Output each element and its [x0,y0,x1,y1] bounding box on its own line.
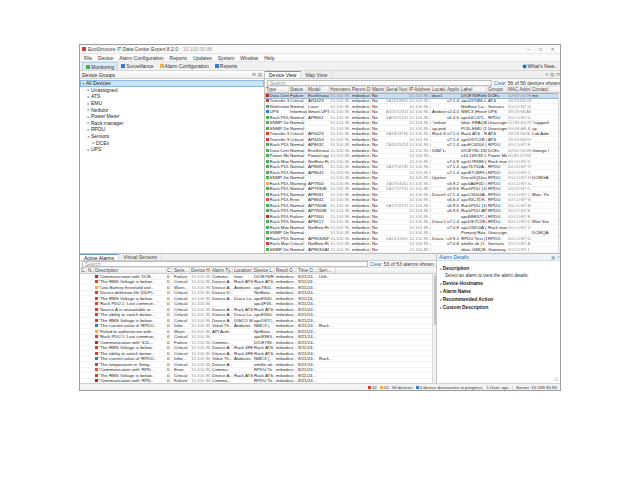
status-icon [95,313,98,316]
cell-text: EcoStruxure ... [308,148,329,153]
column-header-c[interactable]: C... [80,268,87,273]
column-header-parent-device[interactable]: Parent Device [351,87,371,92]
alarm-table-scrollbar[interactable] [432,274,436,385]
cell: 00:C0:B7:D7... [507,159,531,164]
cell: Rack PDU [265,214,289,219]
device-clear-link[interactable]: Clear [494,80,506,86]
maximize-pane-icon[interactable]: ⊟ [556,72,560,77]
column-header-groups[interactable]: Groups [487,87,507,92]
table-row[interactable]: SNMP Devi...NormalAP9630/AP...10.100.96.… [265,247,561,253]
cell: AP7900 [307,214,329,219]
column-header-mac-address[interactable]: MAC Address [507,87,531,92]
whats-new-label: What's New... [528,63,558,69]
tree-item-ats[interactable]: ▸ATS [80,93,264,100]
tree-item-rack-manager[interactable]: ▸Rack manager [80,120,264,127]
column-header-application[interactable]: Application... [446,87,460,92]
tab-virtual-sensors[interactable]: Virtual Sensors [119,254,162,260]
maximize-icon[interactable]: □ [535,45,546,53]
tab-device-view[interactable]: Device View [265,71,301,78]
menu-item-updates[interactable]: Updates [190,55,215,61]
perspective-alarm-configuration[interactable]: Alarm Configuration [157,62,212,70]
cell-text: RackPDU (10... [461,203,487,208]
cell-text: 8/21/24... [298,356,316,361]
column-header-seve[interactable]: Seve... [173,268,190,273]
view-menu-icon[interactable]: ▾ [546,72,548,77]
cell: mikedice (D... [351,137,371,142]
scrollbar-thumb[interactable] [560,94,562,187]
column-header-ip-address[interactable]: IP Address [408,87,431,92]
whats-new-link[interactable]: ⬟ What's New... [522,63,558,69]
perspective-reports[interactable]: Reports [212,62,241,70]
alarm-search-input[interactable]: Search [82,261,368,267]
column-header-label[interactable]: Label [460,87,487,92]
restore-pane-icon[interactable]: ▣ [551,255,555,260]
menu-item-window[interactable]: Window [237,55,261,61]
device-search-input[interactable]: Search [267,80,492,86]
cell-text: 8/21/24... [298,329,316,334]
column-header-serial-number[interactable]: Serial Number [385,87,408,92]
tab-map-view[interactable]: Map View [301,71,332,78]
perspective-label: Surveillance [126,63,153,69]
perspective-monitoring[interactable]: Monitoring [82,62,118,70]
cell: NetBotz Rac... [307,241,329,246]
column-header-resol-o[interactable]: Resol O... [275,268,297,273]
cell-text: No [372,170,378,175]
cell: "Rack PDU 1: Lost commun... [94,301,166,306]
cell-text: Commu... [212,367,231,372]
layout-icon[interactable]: ▤ [550,72,554,77]
menu-item-file[interactable]: File [81,55,95,61]
menu-item-alarm-configuration[interactable]: Alarm Configuration [116,55,166,61]
tree-item-emu[interactable]: ▸EMU [80,100,264,107]
column-header-device-h[interactable]: Device H... [190,268,211,273]
column-header-status[interactable]: Status [289,87,307,92]
column-header-c[interactable]: C... [166,268,173,273]
tree-item-power-meter[interactable]: ▸Power Meter [80,113,264,120]
column-header-location[interactable]: Location [233,268,253,273]
menu-item-device[interactable]: Device [95,55,116,61]
column-header-type[interactable]: Type [265,87,289,92]
menu-item-system[interactable]: System [215,55,238,61]
tree-item-ups[interactable]: ▸UPS [80,146,264,153]
cell: Infor... [173,323,190,328]
column-header-device-l[interactable]: Device L... [253,268,275,273]
alarm-clear-link[interactable]: Clear [370,261,382,267]
add-group-icon[interactable]: ⊞ [252,72,256,77]
column-header-seri[interactable]: Seri... [318,268,336,273]
column-header-description[interactable]: Description [94,268,166,273]
column-header-n[interactable]: N... [87,268,94,273]
column-header-time-o[interactable]: Time O... [297,268,318,273]
cell: 10.100.96.2... [190,351,211,356]
tree-item-rpdu[interactable]: ▸RPDU [80,126,264,133]
menu-item-help[interactable]: Help [261,55,277,61]
cell: Rack ATS... [253,351,275,356]
tab-active-alarms[interactable]: Active Alarms [80,254,119,260]
cell-text: AP8841 [308,197,324,202]
tree-item-netbotz[interactable]: ▸Netbotz [80,106,264,113]
cell: RackPDU AP7... [460,208,487,213]
device-table-scrollbar[interactable] [558,93,561,253]
scrollbar-thumb[interactable] [434,275,436,325]
cell: Linux [307,104,329,109]
cell-text: mikedice... [276,340,297,345]
close-pane-icon[interactable]: × [557,255,560,260]
column-header-hostname[interactable]: Hostname [329,87,351,92]
tree-item-unassigned[interactable]: ▸Unassigned [80,87,264,94]
close-icon[interactable]: × [547,45,558,53]
cell: mikedice (D... [351,219,371,224]
panel-menu-icon[interactable]: ▤ [258,72,262,77]
cell: mikedice (D... [351,109,371,114]
tree-item-dces[interactable]: ▸DCEs [80,139,264,146]
tree-item-all-devices[interactable]: ▾All Devices [80,80,264,87]
cell-text: No [372,104,378,109]
column-header-model[interactable]: Model [307,87,329,92]
column-header-location[interactable]: Location [431,87,446,92]
minimize-icon[interactable]: – [523,45,534,53]
tree-item-sensors[interactable]: ▾Sensors [80,133,264,140]
column-header-contact-na[interactable]: Contact Na... [531,87,549,92]
menu-item-reports[interactable]: Reports [167,55,191,61]
perspective-surveillance[interactable]: Surveillance [118,62,156,70]
cell-text: 0 [167,307,169,312]
column-header-alarm-ty[interactable]: Alarm Ty... [211,268,233,273]
column-header-maintenanc[interactable]: Maintenanc... [371,87,385,92]
cell: 0 [166,329,173,334]
